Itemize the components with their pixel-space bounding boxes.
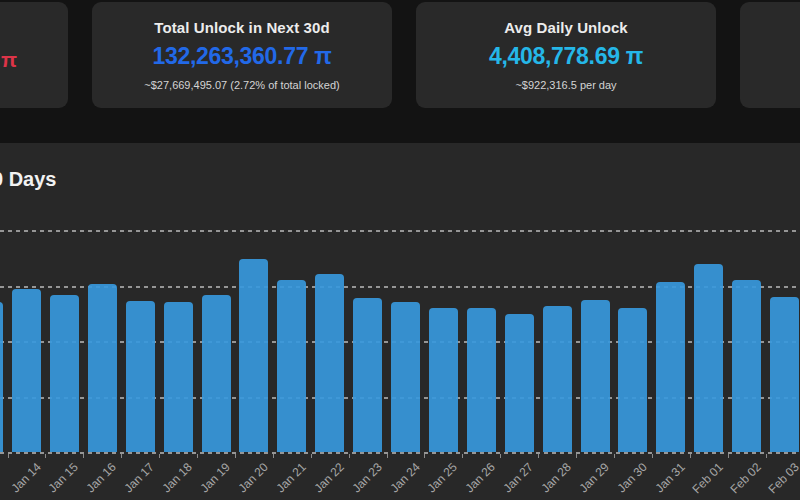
x-axis-tick	[197, 454, 198, 458]
x-axis-label: Jan 22	[311, 460, 346, 495]
bar-jan-26[interactable]	[467, 308, 496, 452]
stat-card-total-unlock-30d: Total Unlock in Next 30d 132,263,360.77 …	[92, 2, 392, 108]
x-axis-label: Jan 23	[349, 460, 384, 495]
x-axis-label: Jan 18	[160, 460, 195, 495]
total-unlock-30d-title: Total Unlock in Next 30d	[154, 19, 330, 36]
x-axis-tick	[121, 454, 122, 458]
bar-jan-22[interactable]	[315, 274, 344, 452]
bar-jan-31[interactable]	[656, 282, 685, 452]
x-axis-tick	[235, 454, 236, 458]
bar-jan-19[interactable]	[202, 295, 231, 452]
partial-card-value-pi: π	[1, 48, 17, 72]
x-axis-label: Jan 17	[122, 460, 157, 495]
x-axis-label: Jan 20	[235, 460, 270, 495]
stats-cards-row: π Total Unlock in Next 30d 132,263,360.7…	[0, 2, 800, 108]
x-axis-tick	[500, 454, 501, 458]
x-axis-label: Jan 27	[501, 460, 536, 495]
x-axis-label: Jan 19	[198, 460, 233, 495]
stat-card-partial-left: π	[0, 2, 68, 108]
x-axis-tick	[462, 454, 463, 458]
bar-feb-01[interactable]	[694, 264, 723, 452]
bar-jan-17[interactable]	[126, 301, 155, 452]
x-axis-label: Jan 29	[577, 460, 612, 495]
x-axis-label: Jan 28	[539, 460, 574, 495]
x-axis-label: Feb 02	[727, 460, 763, 496]
x-axis-tick	[614, 454, 615, 458]
avg-daily-unlock-title: Avg Daily Unlock	[504, 19, 628, 36]
bar-feb-03[interactable]	[770, 297, 799, 452]
x-axis-label: Jan 25	[425, 460, 460, 495]
x-axis-label: Jan 16	[84, 460, 119, 495]
bar-jan-14[interactable]	[12, 289, 41, 452]
x-axis-tick	[387, 454, 388, 458]
x-axis-tick	[728, 454, 729, 458]
total-unlock-30d-subtext: ~$27,669,495.07 (2.72% of total locked)	[144, 79, 339, 91]
x-axis-tick	[424, 454, 425, 458]
x-axis-label: Feb 03	[765, 460, 800, 496]
x-axis-label: Jan 15	[46, 460, 81, 495]
x-axis-tick	[349, 454, 350, 458]
x-axis-label: Jan 30	[614, 460, 649, 495]
x-axis-label: Feb 01	[689, 460, 725, 496]
bar-jan-30[interactable]	[618, 308, 647, 452]
bar-feb-02[interactable]	[732, 280, 761, 452]
bar-jan-25[interactable]	[429, 308, 458, 452]
stat-card-partial-right	[740, 2, 800, 108]
x-axis-tick	[45, 454, 46, 458]
x-axis-tick	[576, 454, 577, 458]
stat-card-avg-daily-unlock: Avg Daily Unlock 4,408,778.69 π ~$922,31…	[416, 2, 716, 108]
x-axis-tick	[273, 454, 274, 458]
x-axis-tick	[766, 454, 767, 458]
avg-daily-unlock-value: 4,408,778.69 π	[489, 43, 643, 70]
x-axis-tick	[311, 454, 312, 458]
x-axis-label: Jan 26	[463, 460, 498, 495]
bar-jan-29[interactable]	[581, 300, 610, 452]
x-axis-label: Jan 31	[652, 460, 687, 495]
x-axis-tick	[690, 454, 691, 458]
x-axis-tick	[8, 454, 9, 458]
bar-chart-plot-area: Jan 14Jan 15Jan 16Jan 17Jan 18Jan 19Jan …	[0, 143, 800, 500]
total-unlock-30d-value: 132,263,360.77 π	[152, 43, 331, 70]
avg-daily-unlock-subtext: ~$922,316.5 per day	[515, 79, 616, 91]
bar-jan-28[interactable]	[543, 306, 572, 452]
bar-jan-20[interactable]	[239, 259, 268, 452]
x-axis-label: Jan 14	[8, 460, 43, 495]
x-axis-tick	[83, 454, 84, 458]
x-axis-baseline	[0, 452, 800, 454]
gridline	[0, 230, 800, 232]
bar-jan-18[interactable]	[164, 302, 193, 452]
bar-jan-16[interactable]	[88, 284, 117, 452]
x-axis-tick	[538, 454, 539, 458]
unlock-schedule-chart-panel: 0 Days Jan 14Jan 15Jan 16Jan 17Jan 18Jan…	[0, 143, 800, 500]
bar-jan-27[interactable]	[505, 314, 534, 452]
x-axis-tick	[159, 454, 160, 458]
bar-jan-24[interactable]	[391, 302, 420, 452]
bar-partial-left[interactable]	[0, 302, 3, 452]
bar-jan-21[interactable]	[277, 280, 306, 452]
x-axis-label: Jan 24	[387, 460, 422, 495]
x-axis-label: Jan 21	[273, 460, 308, 495]
x-axis-tick	[652, 454, 653, 458]
bar-jan-15[interactable]	[50, 295, 79, 452]
bar-jan-23[interactable]	[353, 298, 382, 452]
